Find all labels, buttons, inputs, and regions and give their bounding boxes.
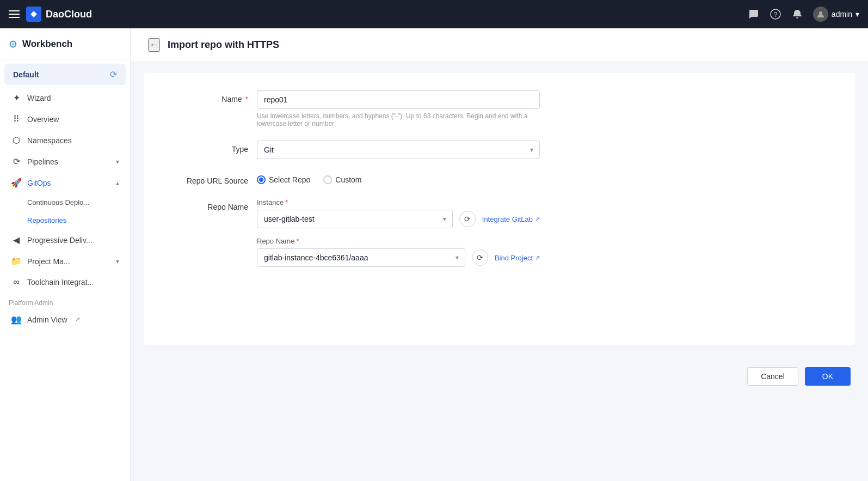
bind-project-link[interactable]: Bind Project ↗ — [495, 254, 540, 262]
sidebar-default-row[interactable]: Default ⟳ — [4, 64, 126, 85]
name-input[interactable] — [257, 90, 540, 109]
logo-text: DaoCloud — [46, 9, 92, 20]
help-icon[interactable]: ? — [769, 8, 781, 20]
name-hint: Use lowercase letters, numbers, and hyph… — [257, 112, 540, 127]
instance-select[interactable]: user-gitlab-test — [257, 210, 453, 228]
instance-select-wrap: user-gitlab-test ▾ — [257, 210, 453, 228]
footer-actions: Cancel OK — [131, 356, 868, 397]
gitops-icon: 🚀 — [11, 178, 22, 188]
back-button[interactable]: ← — [148, 38, 160, 52]
type-label: Type — [170, 141, 257, 154]
default-label: Default — [13, 70, 39, 79]
gitops-chevron-icon: ▴ — [116, 179, 119, 187]
name-label: Name * — [170, 90, 257, 103]
progressive-deliv-icon: ◀ — [11, 235, 22, 245]
workbench-icon: ⊙ — [9, 38, 17, 50]
user-chevron-icon: ▾ — [855, 10, 859, 19]
repo-name-refresh-button[interactable]: ⟳ — [472, 249, 488, 266]
avatar — [813, 7, 828, 22]
sidebar-item-admin-view[interactable]: 👥 Admin View ↗ — [0, 309, 130, 330]
sidebar-item-namespaces[interactable]: ⬡ Namespaces — [0, 130, 130, 151]
sidebar-item-wizard[interactable]: ✦ Wizard — [0, 87, 130, 108]
radio-custom[interactable]: Custom — [323, 175, 361, 184]
radio-group: Select Repo Custom — [257, 172, 540, 184]
name-row: Name * Use lowercase letters, numbers, a… — [170, 90, 829, 127]
repo-url-source-field: Select Repo Custom — [257, 172, 540, 184]
top-navigation: DaoCloud ? admin ▾ — [0, 0, 868, 28]
platform-admin-label: Platform Admin — [0, 293, 130, 309]
bind-project-external-icon: ↗ — [535, 254, 540, 261]
repo-name-label: Repo Name — [170, 198, 257, 211]
sidebar-item-gitops[interactable]: 🚀 GitOps ▴ — [0, 172, 130, 193]
logo-icon — [26, 7, 41, 22]
sidebar-item-label-progressive: Progressive Deliv... — [27, 236, 119, 245]
sidebar-item-label-wizard: Wizard — [27, 94, 119, 102]
sidebar-item-label-gitops: GitOps — [27, 179, 110, 187]
sidebar-sub-item-continuous-deploy[interactable]: Continuous Deplo... — [0, 193, 130, 211]
svg-text:?: ? — [774, 11, 778, 19]
type-field: Git Helm ▾ — [257, 141, 540, 159]
radio-select-repo[interactable]: Select Repo — [257, 175, 310, 184]
integrate-gitlab-link[interactable]: Integrate GitLab ↗ — [482, 215, 540, 223]
sidebar-scroll: ✦ Wizard ⠿ Overview ⬡ Namespaces ⟳ Pipel… — [0, 87, 130, 481]
page-title: Import repo with HTTPS — [168, 39, 279, 51]
user-name: admin — [832, 10, 852, 19]
radio-select-repo-circle — [257, 175, 266, 184]
project-ma-chevron-icon: ▾ — [116, 258, 119, 265]
sidebar-item-label-pipelines: Pipelines — [27, 157, 110, 166]
type-row: Type Git Helm ▾ — [170, 141, 829, 159]
main-content: ← Import repo with HTTPS Name * Use lowe… — [131, 28, 868, 481]
sidebar-item-label-overview: Overview — [27, 115, 119, 124]
sidebar-item-project-ma[interactable]: 📁 Project Ma... ▾ — [0, 251, 130, 272]
name-field: Use lowercase letters, numbers, and hyph… — [257, 90, 540, 127]
repo-name-sub-field: Repo Name * gitlab-instance-4bce6361/aaa… — [257, 237, 540, 267]
form-area: Name * Use lowercase letters, numbers, a… — [144, 73, 855, 345]
cancel-button[interactable]: Cancel — [747, 367, 798, 386]
repo-name-row: Repo Name Instance * user-gitlab-tes — [170, 198, 829, 267]
user-menu[interactable]: admin ▾ — [813, 7, 859, 22]
external-link-icon: ↗ — [75, 316, 80, 323]
sidebar-sub-item-repositories[interactable]: Repositories — [0, 211, 130, 229]
admin-view-icon: 👥 — [11, 314, 22, 325]
radio-custom-circle — [323, 175, 332, 184]
svg-point-1 — [32, 13, 35, 16]
toolchain-icon: ∞ — [11, 277, 22, 287]
sidebar-item-label-namespaces: Namespaces — [27, 136, 119, 145]
default-refresh-icon: ⟳ — [110, 69, 117, 80]
sidebar-item-pipelines[interactable]: ⟳ Pipelines ▾ — [0, 151, 130, 172]
type-select-wrap: Git Helm ▾ — [257, 141, 540, 159]
sidebar: ⊙ Workbench Default ⟳ ✦ Wizard ⠿ Overvie… — [0, 28, 131, 481]
external-link-icon: ↗ — [535, 216, 540, 223]
type-select[interactable]: Git Helm — [257, 141, 540, 159]
repo-url-source-label: Repo URL Source — [170, 172, 257, 185]
radio-select-repo-label: Select Repo — [269, 175, 310, 184]
repo-name-select[interactable]: gitlab-instance-4bce6361/aaaa — [257, 248, 465, 267]
hamburger-menu[interactable] — [9, 10, 20, 18]
instance-sub-field: Instance * user-gitlab-test ▾ ⟳ — [257, 198, 540, 228]
pipelines-chevron-icon: ▾ — [116, 158, 119, 166]
sidebar-item-toolchain[interactable]: ∞ Toolchain Integrat... — [0, 272, 130, 293]
sidebar-admin-label: Admin View — [27, 315, 67, 324]
repo-name-field: Instance * user-gitlab-test ▾ ⟳ — [257, 198, 540, 267]
instance-refresh-button[interactable]: ⟳ — [459, 211, 476, 227]
overview-icon: ⠿ — [11, 114, 22, 124]
instance-select-row: user-gitlab-test ▾ ⟳ Integrate GitLab ↗ — [257, 210, 540, 228]
sidebar-workbench: ⊙ Workbench — [0, 28, 130, 59]
project-ma-icon: 📁 — [11, 256, 22, 266]
repo-name-section: Instance * user-gitlab-test ▾ ⟳ — [257, 198, 540, 267]
sidebar-item-label-project: Project Ma... — [27, 257, 110, 266]
logo: DaoCloud — [26, 7, 92, 22]
sidebar-item-overview[interactable]: ⠿ Overview — [0, 108, 130, 130]
repo-url-source-row: Repo URL Source Select Repo Custom — [170, 172, 829, 185]
radio-custom-label: Custom — [335, 175, 361, 184]
instance-sub-label: Instance * — [257, 198, 540, 206]
sidebar-item-progressive-deliv[interactable]: ◀ Progressive Deliv... — [0, 229, 130, 251]
wizard-icon: ✦ — [11, 93, 22, 103]
sidebar-sub-label-continuous: Continuous Deplo... — [27, 198, 89, 206]
notifications-icon[interactable] — [791, 8, 803, 20]
ok-button[interactable]: OK — [805, 367, 851, 386]
sidebar-sub-label-repositories: Repositories — [27, 216, 66, 224]
messages-icon[interactable] — [748, 8, 760, 20]
sidebar-item-label-toolchain: Toolchain Integrat... — [27, 278, 119, 287]
namespaces-icon: ⬡ — [11, 135, 22, 145]
